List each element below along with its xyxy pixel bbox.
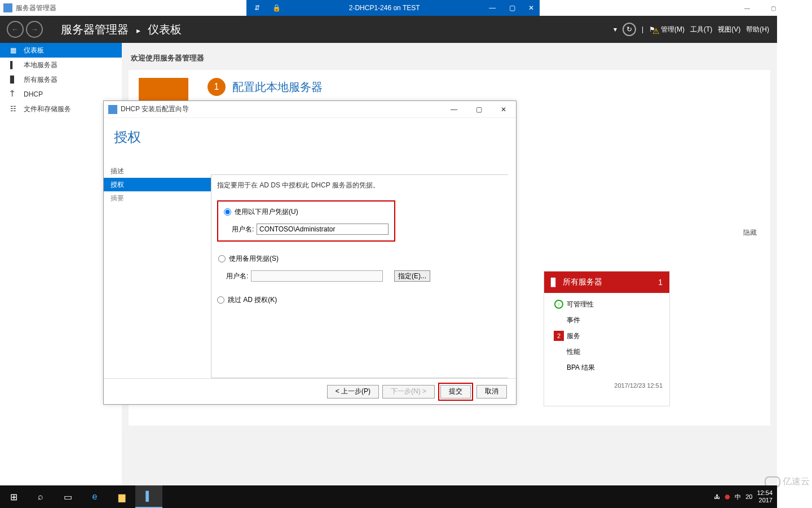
tray-net-text: 20 xyxy=(745,493,752,500)
search-button[interactable]: ⌕ xyxy=(27,485,54,508)
refresh-icon[interactable]: ↻ xyxy=(623,23,636,36)
radio-label-alternate: 使用备用凭据(S) xyxy=(229,254,279,264)
servers-icon: ▊ xyxy=(10,76,19,84)
lock-icon[interactable]: 🔒 xyxy=(268,4,285,12)
app-header: ← → 服务器管理器 ▸ 仪表板 ▾ ↻ | ⚑⚠ 管理(M) 工具(T) 视图… xyxy=(0,16,777,43)
pin-icon[interactable]: ⇵ xyxy=(246,4,268,12)
dashboard-icon: ▦ xyxy=(10,46,19,54)
breadcrumb-root[interactable]: 服务器管理器 xyxy=(61,23,129,36)
wizard-step-description[interactable]: 描述 xyxy=(104,164,211,178)
menu-manage[interactable]: 管理(M) xyxy=(661,25,685,34)
tray-alert-icon[interactable]: ⬣ xyxy=(725,493,730,501)
radio-use-alternate-credentials[interactable] xyxy=(218,255,226,262)
nav-forward-button[interactable]: → xyxy=(26,21,43,38)
wizard-step-summary: 摘要 xyxy=(104,191,211,205)
tray-ime[interactable]: 中 xyxy=(735,493,741,501)
username-input[interactable] xyxy=(257,224,389,235)
welcome-heading: 欢迎使用服务器管理器 xyxy=(129,50,770,70)
taskbar-explorer-icon[interactable]: ▆ xyxy=(108,485,135,508)
alt-username-input xyxy=(251,270,383,282)
taskbar-ie-icon[interactable]: e xyxy=(81,485,108,508)
step-configure-link[interactable]: 配置此本地服务器 xyxy=(232,80,323,95)
dropdown-icon[interactable]: ▾ xyxy=(614,25,617,33)
nav-back-button[interactable]: ← xyxy=(7,21,24,38)
sidebar-item-dhcp[interactable]: ŤDHCP xyxy=(0,87,122,102)
server-icon: ▌ xyxy=(10,61,19,69)
tile-row-performance[interactable]: 性能 xyxy=(544,344,669,360)
taskbar: ⊞ ⌕ ▭ e ▆ ▌ 🖧 ⬣ 中 20 12:54 2017 xyxy=(0,485,777,508)
dhcp-config-wizard-dialog: DHCP 安装后配置向导 — ▢ ✕ 授权 描述 授权 摘要 指定要用于在 AD… xyxy=(103,100,517,405)
dhcp-icon: Ť xyxy=(10,90,19,98)
breadcrumb: 服务器管理器 ▸ 仪表板 xyxy=(61,22,182,37)
dialog-minimize-button[interactable]: — xyxy=(442,101,466,118)
previous-button[interactable]: < 上一步(P) xyxy=(327,385,379,398)
vm-maximize-button[interactable]: ▢ xyxy=(504,4,521,12)
storage-icon: ☷ xyxy=(10,105,19,113)
alt-username-label: 用户名: xyxy=(226,271,251,281)
sidebar-item-local-server[interactable]: ▌本地服务器 xyxy=(0,58,122,72)
warning-icon: ⚠ xyxy=(652,27,660,36)
radio-label-skip: 跳过 AD 授权(K) xyxy=(228,295,277,305)
tile-row-events[interactable]: 事件 xyxy=(544,312,669,328)
dialog-maximize-button[interactable]: ▢ xyxy=(466,101,491,118)
commit-button[interactable]: 提交 xyxy=(440,385,471,398)
cancel-button[interactable]: 取消 xyxy=(476,385,507,398)
taskbar-server-manager-icon[interactable]: ▌ xyxy=(135,485,162,508)
sidebar-item-all-servers[interactable]: ▊所有服务器 xyxy=(0,72,122,87)
alert-badge: 2 xyxy=(554,331,564,341)
radio-label-use-following: 使用以下用户凭据(U) xyxy=(235,207,298,217)
app-title: 服务器管理器 xyxy=(16,3,56,13)
tile-row-services[interactable]: 2服务 xyxy=(544,328,669,344)
dhcp-wizard-icon xyxy=(108,105,117,114)
app-titlebar: 服务器管理器 xyxy=(0,0,56,16)
status-ok-icon: ↑ xyxy=(554,300,563,309)
vm-title: 2-DHCP1-246 on TEST xyxy=(285,4,483,12)
minimize-button[interactable]: — xyxy=(734,0,760,16)
radio-use-following-credentials[interactable] xyxy=(224,208,231,216)
start-button[interactable]: ⊞ xyxy=(0,485,27,508)
tile-count: 1 xyxy=(658,278,663,287)
menu-tools[interactable]: 工具(T) xyxy=(690,25,712,34)
quickstart-banner xyxy=(139,78,188,100)
dialog-description: 指定要用于在 AD DS 中授权此 DHCP 服务器的凭据。 xyxy=(217,181,502,190)
radio-skip-ad-authorization[interactable] xyxy=(217,296,224,304)
servers-icon: ▊ xyxy=(551,278,557,287)
tile-row-manageability[interactable]: ↑可管理性 xyxy=(544,296,669,312)
notifications-flag-icon[interactable]: ⚑⚠ xyxy=(649,25,655,33)
step-number-badge: 1 xyxy=(208,78,226,96)
vm-close-button[interactable]: ✕ xyxy=(523,4,540,12)
tile-timestamp: 2017/12/23 12:51 xyxy=(544,379,669,392)
tile-row-bpa[interactable]: BPA 结果 xyxy=(544,360,669,375)
tile-title: 所有服务器 xyxy=(563,277,602,287)
chevron-right-icon: ▸ xyxy=(136,26,140,35)
breadcrumb-page: 仪表板 xyxy=(148,23,182,36)
tile-all-servers[interactable]: ▊ 所有服务器 1 ↑可管理性 事件 2服务 性能 BPA 结果 2017/12… xyxy=(544,271,670,406)
dialog-footer: < 上一步(P) 下一步(N) > 提交 取消 xyxy=(104,378,516,404)
hide-link[interactable]: 隐藏 xyxy=(743,228,757,238)
highlighted-option: 使用以下用户凭据(U) 用户名: xyxy=(217,200,395,242)
vm-minimize-button[interactable]: — xyxy=(483,4,501,12)
dialog-title: DHCP 安装后配置向导 xyxy=(121,104,189,114)
dialog-heading: 授权 xyxy=(114,128,211,146)
task-view-button[interactable]: ▭ xyxy=(54,485,81,508)
tray-network-icon[interactable]: 🖧 xyxy=(714,493,720,500)
wizard-step-authorization[interactable]: 授权 xyxy=(104,178,211,191)
menu-view[interactable]: 视图(V) xyxy=(718,25,740,34)
menu-help[interactable]: 帮助(H) xyxy=(746,25,769,34)
username-label: 用户名: xyxy=(232,225,257,234)
tray-clock[interactable]: 12:54 2017 xyxy=(757,489,773,504)
vm-titlebar: ⇵ 🔒 2-DHCP1-246 on TEST — ▢ ✕ xyxy=(246,0,540,16)
dialog-titlebar[interactable]: DHCP 安装后配置向导 — ▢ ✕ xyxy=(104,101,516,118)
dialog-close-button[interactable]: ✕ xyxy=(491,101,516,118)
next-button: 下一步(N) > xyxy=(382,385,435,398)
server-manager-icon xyxy=(3,3,12,12)
specify-button[interactable]: 指定(E)... xyxy=(394,270,430,282)
sidebar-item-dashboard[interactable]: ▦仪表板 xyxy=(0,43,122,58)
